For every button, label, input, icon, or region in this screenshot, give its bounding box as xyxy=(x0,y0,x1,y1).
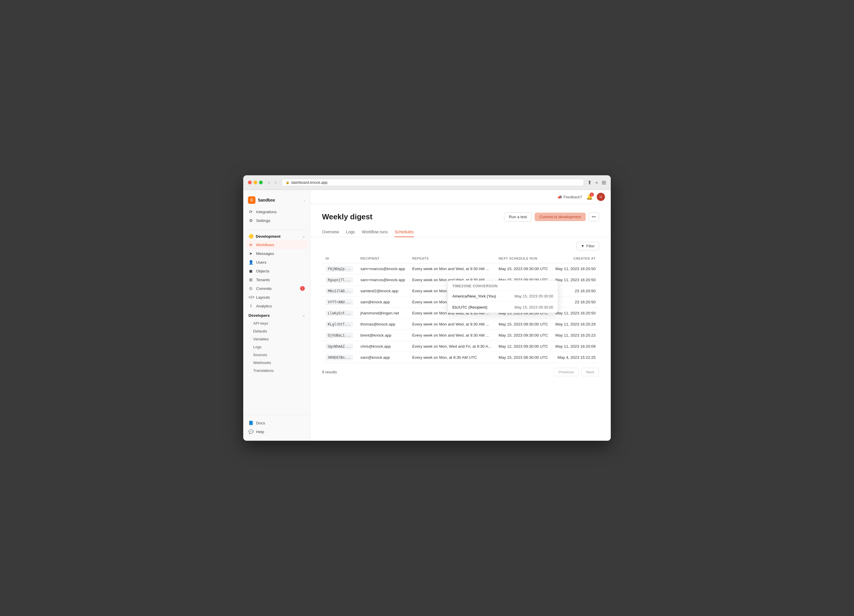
sidebar-item-webhooks[interactable]: Webhooks xyxy=(246,359,308,367)
tab-logs[interactable]: Logs xyxy=(346,227,355,237)
cell-created-at: 23 16:20:50 xyxy=(552,285,599,297)
sources-label: Sources xyxy=(253,353,267,357)
cell-recipient: sam+marcos@knock.app xyxy=(357,263,409,274)
sidebar-item-api-keys[interactable]: API keys xyxy=(246,319,308,327)
feedback-button[interactable]: 📣 Feedback? xyxy=(557,195,582,199)
sidebar-item-defaults[interactable]: Defaults xyxy=(246,327,308,335)
settings-icon: ⚙ xyxy=(249,218,253,223)
header-top: Weekly digest Run a test Commit to devel… xyxy=(322,212,599,221)
developers-section-header[interactable]: Developers ⌄ xyxy=(246,311,308,319)
table-row[interactable]: F8jNUq2p... sam+marcos@knock.app Every w… xyxy=(322,263,599,274)
cell-id: M0x2JlAD... xyxy=(322,285,357,297)
share-icon[interactable]: ⬆ xyxy=(587,179,592,186)
sidebar-item-users[interactable]: 👤 Users xyxy=(246,258,308,267)
workspace-icon: C xyxy=(248,196,256,204)
sidebar-item-translations[interactable]: Translations xyxy=(246,367,308,375)
sidebar-label-tenants: Tenants xyxy=(256,278,270,282)
tab-workflow-runs[interactable]: Workflow runs xyxy=(362,227,387,237)
run-test-button[interactable]: Run a test xyxy=(504,212,532,221)
filter-icon: ▼ xyxy=(581,244,584,248)
user-avatar[interactable]: U xyxy=(597,193,605,201)
sidebar-item-layouts[interactable]: </> Layouts xyxy=(246,293,308,302)
help-icon: 💬 xyxy=(249,429,253,434)
cell-id: OjVUBaL1... xyxy=(322,330,357,341)
table-row[interactable]: KLglrbtT... thomas@knock.app Every week … xyxy=(322,319,599,330)
url-text: dashboard.knock.app xyxy=(291,180,328,184)
more-options-button[interactable]: ••• xyxy=(589,212,599,221)
cell-id: RgupnjTl... xyxy=(322,274,357,285)
sidebar-item-messages[interactable]: ➤ Messages xyxy=(246,249,308,258)
commit-button[interactable]: Commit to development xyxy=(535,213,586,221)
environment-icon: 🟡 xyxy=(249,234,253,239)
sidebar-item-commits[interactable]: ⊙ Commits 1 xyxy=(246,284,308,293)
address-bar[interactable]: 🔒 dashboard.knock.app xyxy=(282,179,584,186)
layouts-icon: </> xyxy=(249,295,253,300)
header-actions: Run a test Commit to development ••• xyxy=(504,212,599,221)
objects-icon: ◼ xyxy=(249,268,253,273)
sidebar-item-objects[interactable]: ◼ Objects xyxy=(246,267,308,275)
cell-recipient: sam@knock.app xyxy=(357,297,409,308)
pagination: Previous Next xyxy=(554,368,599,376)
forward-button[interactable]: › xyxy=(273,179,278,186)
cell-created-at: May 11, 2023 16:20:50 xyxy=(552,274,599,285)
sidebar-item-sources[interactable]: Sources xyxy=(246,351,308,359)
next-button[interactable]: Next xyxy=(581,368,599,376)
cell-recipient: thomas@knock.app xyxy=(357,319,409,330)
sidebar-item-logs[interactable]: Logs xyxy=(246,343,308,351)
cell-id: KLglrbtT... xyxy=(322,319,357,330)
col-header-id: ID xyxy=(322,254,357,263)
workspace-chevron-icon: ⌄ xyxy=(303,199,305,202)
previous-button[interactable]: Previous xyxy=(554,368,579,376)
webhooks-label: Webhooks xyxy=(253,360,271,365)
table-row[interactable]: UgvNhmAZ... chris@knock.app Every week o… xyxy=(322,341,599,352)
sidebar: C Sandbox ⌄ ⟳ Integrations ⚙ Settings xyxy=(243,190,310,441)
lock-icon: 🔒 xyxy=(285,180,290,184)
help-label: Help xyxy=(256,430,264,434)
table-row[interactable]: XR9E67Bn... sam@knock.app Every week on … xyxy=(322,352,599,363)
minimize-button[interactable] xyxy=(253,180,257,184)
sidebar-item-settings[interactable]: ⚙ Settings xyxy=(246,216,308,225)
sidebar-item-workflows[interactable]: ≋ Workflows xyxy=(246,240,308,249)
tab-overview[interactable]: Overview xyxy=(322,227,339,237)
tab-schedules[interactable]: Schedules xyxy=(395,227,413,237)
sidebar-label-objects: Objects xyxy=(256,269,270,273)
sidebar-item-variables[interactable]: Variables xyxy=(246,335,308,343)
main-content: 📣 Feedback? 🔔 1 U Weekly digest Run a te… xyxy=(310,190,611,441)
api-keys-label: API keys xyxy=(253,321,268,325)
commits-icon: ⊙ xyxy=(249,286,253,291)
megaphone-icon: 📣 xyxy=(557,195,562,199)
tz-time-utc: May 15, 2023 09:30:00 xyxy=(514,305,553,310)
sidebar-item-tenants[interactable]: ⊞ Tenants xyxy=(246,275,308,284)
notifications-button[interactable]: 🔔 1 xyxy=(586,194,593,200)
sidebar-item-docs[interactable]: 📘 Docs xyxy=(246,419,308,427)
new-tab-icon[interactable]: ＋ xyxy=(594,179,599,186)
sidebar-item-integrations[interactable]: ⟳ Integrations xyxy=(246,207,308,216)
cell-next-schedule: May 12, 2023 09:30:00 UTC xyxy=(495,341,552,352)
tz-row-local: America/New_York (You) May 15, 2023 05:3… xyxy=(448,291,558,302)
results-count: 9 results xyxy=(322,370,337,374)
tabs: Overview Logs Workflow runs Schedules xyxy=(322,227,599,237)
sidebar-label-commits: Commits xyxy=(256,287,271,291)
cell-created-at: May 11, 2023 16:20:50 xyxy=(552,263,599,274)
tz-label-utc: Etc/UTC (Recipient) xyxy=(452,305,487,310)
cell-next-schedule: May 15, 2023 09:30:00 UTC xyxy=(495,263,552,274)
close-button[interactable] xyxy=(248,180,252,184)
browser-controls: ‹ › xyxy=(266,179,278,186)
tz-popover-header: Timezone conversion xyxy=(448,281,558,291)
app-layout: C Sandbox ⌄ ⟳ Integrations ⚙ Settings xyxy=(243,190,611,441)
sidebar-bottom: 📘 Docs 💬 Help xyxy=(243,415,310,436)
table-row[interactable]: OjVUBaL1... brent@knock.app Every week o… xyxy=(322,330,599,341)
variables-label: Variables xyxy=(253,337,268,341)
back-button[interactable]: ‹ xyxy=(266,179,271,186)
table-toolbar: ▼ Filter xyxy=(322,237,599,254)
grid-icon[interactable]: ⊞ xyxy=(602,179,606,186)
sidebar-label-integrations: Integrations xyxy=(256,210,277,214)
workspace-selector[interactable]: C Sandbox ⌄ xyxy=(243,195,310,207)
cell-next-schedule: May 15, 2023 09:30:00 UTC xyxy=(495,330,552,341)
environment-selector[interactable]: 🟡 Development ⌄ xyxy=(246,232,308,240)
sidebar-item-help[interactable]: 💬 Help xyxy=(246,427,308,436)
maximize-button[interactable] xyxy=(259,180,263,184)
filter-button[interactable]: ▼ Filter xyxy=(576,242,599,250)
traffic-lights xyxy=(248,180,263,184)
sidebar-item-analytics[interactable]: ⌇ Analytics xyxy=(246,302,308,310)
